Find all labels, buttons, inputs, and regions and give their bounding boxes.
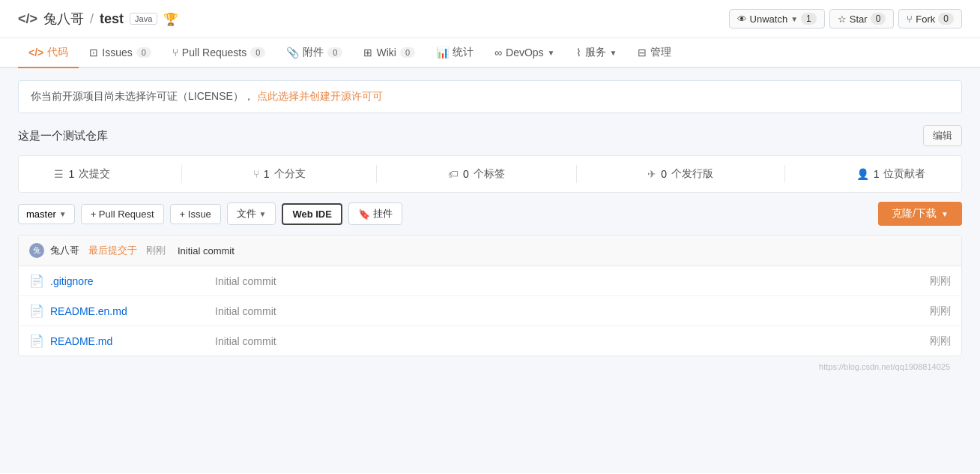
repo-title: </> 兔八哥 / test Java 🏆 <box>18 10 178 28</box>
repo-actions: 👁 Unwatch ▼ 1 ☆ Star 0 ⑂ Fork 0 <box>729 9 962 28</box>
file-row: 📄 README.md Initial commit 刚刚 <box>19 326 961 356</box>
repo-desc-row: 这是一个测试仓库 编辑 <box>18 125 962 146</box>
branch-label: master <box>26 208 56 220</box>
star-label: Star <box>850 14 868 25</box>
clone-dropdown-icon: ▼ <box>941 210 949 218</box>
tags-icon: 🏷 <box>448 168 459 180</box>
devops-dropdown-icon: ▼ <box>548 49 555 57</box>
file-row: 📄 README.en.md Initial commit 刚刚 <box>19 296 961 326</box>
star-button[interactable]: ☆ Star 0 <box>829 9 895 28</box>
tab-wiki[interactable]: ⊞ Wiki 0 <box>353 39 426 68</box>
code-tab-label: 代码 <box>47 46 68 59</box>
issues-tab-icon: ⊡ <box>89 46 98 58</box>
releases-label: 个发行版 <box>671 167 713 181</box>
releases-icon: ✈ <box>647 168 656 180</box>
tab-services[interactable]: ⌇ 服务 ▼ <box>566 38 628 68</box>
stats-tab-label: 统计 <box>453 46 474 59</box>
stat-divider-1 <box>181 165 182 183</box>
watermark: https://blog.csdn.net/qq1908814025 <box>18 356 962 377</box>
branches-count: 1 <box>264 168 270 180</box>
unwatch-button[interactable]: 👁 Unwatch ▼ 1 <box>729 9 825 28</box>
license-notice: 你当前开源项目尚未选择许可证（LICENSE）， 点此选择并创建开源许可可 <box>18 80 962 113</box>
stat-tags[interactable]: 🏷 0 个标签 <box>448 167 505 181</box>
hang-label: 挂件 <box>373 207 393 220</box>
branch-selector[interactable]: master ▼ <box>18 204 75 224</box>
issues-badge: 0 <box>136 47 151 58</box>
files-button[interactable]: 文件 ▼ <box>227 202 276 225</box>
commit-label: 最后提交于 <box>88 244 137 257</box>
files-label: 文件 <box>237 208 256 219</box>
tab-attachments[interactable]: 📎 附件 0 <box>276 38 353 68</box>
clone-label: 克隆/下载 <box>892 207 937 220</box>
file-table-header: 兔 兔八哥 最后提交于 刚刚 Initial commit <box>19 236 961 266</box>
file-time-readme: 刚刚 <box>906 334 951 348</box>
code-tab-icon: </> <box>28 46 43 58</box>
tab-devops[interactable]: ∞ DevOps ▼ <box>484 39 565 68</box>
license-link[interactable]: 点此选择并创建开源许可可 <box>257 90 383 102</box>
fork-label: Fork <box>916 14 935 25</box>
issue-button[interactable]: + Issue <box>170 204 221 224</box>
file-name-readme-en[interactable]: README.en.md <box>50 305 200 317</box>
license-text-before: 你当前开源项目尚未选择许可证（LICENSE）， <box>31 90 254 102</box>
commits-count: 1 <box>68 168 74 180</box>
stat-divider-3 <box>576 165 577 183</box>
webide-button[interactable]: Web IDE <box>282 203 342 225</box>
repo-name[interactable]: test <box>100 11 124 27</box>
file-commit-readme-en: Initial commit <box>200 305 906 317</box>
tab-pullrequests[interactable]: ⑂ Pull Requests 0 <box>162 39 276 68</box>
files-dropdown-icon: ▼ <box>258 210 266 218</box>
commits-icon: ☰ <box>54 168 64 180</box>
toolbar-left: master ▼ + Pull Request + Issue 文件 ▼ Web… <box>18 202 872 225</box>
branches-icon: ⑂ <box>253 168 259 180</box>
language-badge: Java <box>130 13 157 25</box>
stats-tab-icon: 📊 <box>436 46 449 58</box>
stat-divider-4 <box>784 165 785 183</box>
commits-label: 次提交 <box>79 167 110 181</box>
star-count: 0 <box>871 13 886 25</box>
pr-tab-label: Pull Requests <box>182 46 246 58</box>
commit-time: 刚刚 <box>146 244 166 257</box>
commit-author[interactable]: 兔八哥 <box>50 244 79 257</box>
nav-tabs: </> 代码 ⊡ Issues 0 ⑂ Pull Requests 0 📎 附件… <box>0 38 980 68</box>
stat-commits[interactable]: ☰ 1 次提交 <box>54 167 110 181</box>
fork-button[interactable]: ⑂ Fork 0 <box>898 9 962 28</box>
repo-description: 这是一个测试仓库 <box>18 129 108 143</box>
file-icon-readme-en: 📄 <box>29 304 44 318</box>
file-name-gitignore[interactable]: .gitignore <box>50 275 200 287</box>
pull-request-button[interactable]: + Pull Request <box>81 204 164 224</box>
trophy-icon: 🏆 <box>163 12 178 26</box>
stats-bar: ☰ 1 次提交 ⑂ 1 个分支 🏷 0 个标签 ✈ 0 个发行版 <box>18 155 962 193</box>
stat-divider-2 <box>376 165 377 183</box>
tab-manage[interactable]: ⊟ 管理 <box>627 38 682 68</box>
main-content: 你当前开源项目尚未选择许可证（LICENSE）， 点此选择并创建开源许可可 这是… <box>0 68 980 473</box>
tab-stats[interactable]: 📊 统计 <box>426 38 484 68</box>
services-tab-label: 服务 <box>585 46 606 59</box>
services-dropdown-icon: ▼ <box>610 49 617 57</box>
tab-code[interactable]: </> 代码 <box>18 38 79 68</box>
fork-count: 0 <box>938 13 954 25</box>
unwatch-dropdown-icon: ▼ <box>790 15 798 23</box>
commit-avatar: 兔 <box>29 243 44 258</box>
file-time-gitignore: 刚刚 <box>906 274 951 288</box>
attach-tab-icon: 📎 <box>286 46 299 58</box>
hang-button[interactable]: 🔖 挂件 <box>348 202 402 225</box>
file-row: 📄 .gitignore Initial commit 刚刚 <box>19 266 961 296</box>
wiki-badge: 0 <box>400 47 415 58</box>
stat-branches[interactable]: ⑂ 1 个分支 <box>253 167 306 181</box>
stat-releases[interactable]: ✈ 0 个发行版 <box>647 167 713 181</box>
repo-separator: / <box>90 11 94 27</box>
unwatch-label: Unwatch <box>750 14 788 25</box>
repo-owner[interactable]: 兔八哥 <box>43 10 84 28</box>
tab-issues[interactable]: ⊡ Issues 0 <box>79 39 162 68</box>
file-time-readme-en: 刚刚 <box>906 304 951 318</box>
devops-tab-icon: ∞ <box>494 46 502 58</box>
edit-description-button[interactable]: 编辑 <box>923 125 962 146</box>
file-name-readme[interactable]: README.md <box>50 335 200 347</box>
stat-contributors[interactable]: 👤 1 位贡献者 <box>856 167 926 181</box>
clone-button[interactable]: 克隆/下载 ▼ <box>878 202 962 226</box>
file-commit-readme: Initial commit <box>200 335 906 347</box>
tags-label: 个标签 <box>474 167 505 181</box>
services-tab-icon: ⌇ <box>576 46 581 58</box>
toolbar: master ▼ + Pull Request + Issue 文件 ▼ Web… <box>18 202 962 226</box>
commit-message: Initial commit <box>178 245 235 256</box>
